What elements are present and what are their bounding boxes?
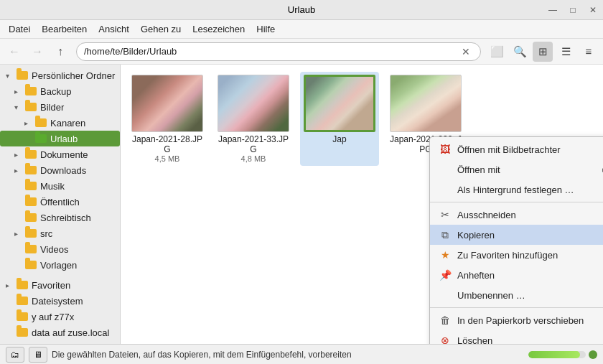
folder-icon xyxy=(24,196,37,207)
menu-item-datei[interactable]: Datei xyxy=(3,22,36,36)
clear-address-button[interactable]: ✕ xyxy=(459,45,473,59)
sidebar: ▾Persönlicher Ordner▸Backup▾Bilder▸Kanar… xyxy=(0,65,121,344)
sidebar-item-backup[interactable]: ▸Backup xyxy=(0,83,120,99)
minimize-button[interactable]: — xyxy=(543,0,563,20)
close-button[interactable]: ✕ xyxy=(583,0,603,20)
sidebar-item-y-auf-z77x[interactable]: y auf z77x xyxy=(0,309,120,325)
sidebar-item-dokumente[interactable]: ▸Dokumente xyxy=(0,146,120,162)
bookmark-location-button[interactable]: ⬜ xyxy=(487,42,507,62)
ctx-label-pin: Anheften xyxy=(457,270,603,281)
ctx-item-trash[interactable]: 🗑In den Papierkorb verschieben xyxy=(430,310,603,330)
file-thumbnail xyxy=(304,75,375,132)
ctx-item-set-bg[interactable]: Als Hintergrund festlegen … xyxy=(430,179,603,200)
menubar: DateiBearbeitenAnsichtGehen zuLesezeiche… xyxy=(0,20,603,39)
sidebar-item-vorlagen[interactable]: Vorlagen xyxy=(0,257,120,273)
menu-item-lesezeichen[interactable]: Lesezeichen xyxy=(187,22,251,36)
ctx-item-cut[interactable]: ✂Ausschneiden xyxy=(430,205,603,225)
menu-item-bearbeiten[interactable]: Bearbeiten xyxy=(36,22,93,36)
folder-icon xyxy=(24,85,37,97)
ctx-icon-open-viewer: 🖼 xyxy=(439,143,452,156)
sidebar-item-label: Bilder xyxy=(40,102,64,113)
maximize-button[interactable]: □ xyxy=(563,0,583,20)
sidebar-item-label: Backup xyxy=(40,86,71,97)
sidebar-item-oeffentlich[interactable]: Öffentlich xyxy=(0,194,120,210)
sidebar-item-bilder[interactable]: ▾Bilder xyxy=(0,99,120,115)
file-name: Jap xyxy=(332,134,346,144)
ctx-label-copy: Kopieren xyxy=(457,230,603,241)
search-button[interactable]: 🔍 xyxy=(510,42,530,62)
titlebar: Urlaub — □ ✕ xyxy=(0,0,603,20)
statusbar-btn1[interactable]: 🗂 xyxy=(6,347,24,363)
details-view-button[interactable]: ≡ xyxy=(579,42,599,62)
file-size: 4,8 MB xyxy=(241,154,266,163)
ctx-icon-empty xyxy=(439,289,452,302)
expand-arrow-icon: ▾ xyxy=(14,103,24,111)
folder-icon xyxy=(16,295,29,307)
sidebar-item-label: y auf z77x xyxy=(32,312,74,322)
menu-item-gehen zu[interactable]: Gehen zu xyxy=(135,22,187,36)
ctx-item-pin[interactable]: 📌Anheften xyxy=(430,265,603,285)
file-item-japan3rd[interactable]: Jap xyxy=(300,72,379,166)
window-title: Urlaub xyxy=(288,4,315,15)
main-area: ▾Persönlicher Ordner▸Backup▾Bilder▸Kanar… xyxy=(0,65,603,344)
ctx-item-open-viewer[interactable]: 🖼Öffnen mit Bildbetrachter xyxy=(430,139,603,159)
sidebar-item-videos[interactable]: Videos xyxy=(0,241,120,257)
sidebar-item-src[interactable]: ▸src xyxy=(0,225,120,241)
ctx-label-cut: Ausschneiden xyxy=(457,210,603,220)
expand-arrow-icon: ▸ xyxy=(14,151,24,159)
sidebar-item-label: Persönlicher Ordner xyxy=(32,70,115,81)
sidebar-item-favoriten[interactable]: ▸Favoriten xyxy=(0,277,120,293)
file-thumbnail xyxy=(131,75,203,132)
expand-arrow-icon: ▸ xyxy=(14,167,24,174)
sidebar-item-data-auf-zuse[interactable]: data auf zuse.local xyxy=(0,325,120,340)
sidebar-item-label: src xyxy=(40,228,52,239)
sidebar-item-label: Dokumente xyxy=(40,149,88,160)
sidebar-item-urlaub[interactable]: Urlaub xyxy=(0,131,120,146)
folder-icon xyxy=(24,101,37,113)
sidebar-item-label: data auf zuse.local xyxy=(32,327,109,338)
sidebar-item-schreibtisch[interactable]: Schreibtisch xyxy=(0,210,120,225)
sidebar-item-label: Favoriten xyxy=(32,280,70,291)
expand-arrow-icon: ▾ xyxy=(6,72,16,80)
sidebar-item-persoenlicher-ordner[interactable]: ▾Persönlicher Ordner xyxy=(0,67,120,83)
folder-icon xyxy=(24,212,37,223)
ctx-label-delete: Löschen xyxy=(457,335,603,345)
forward-button[interactable]: → xyxy=(27,42,47,62)
ctx-item-open-with[interactable]: Öffnen mit▸ xyxy=(430,159,603,179)
file-item-japan28[interactable]: Japan-2021-28.JPG4,5 MB xyxy=(128,72,207,166)
sidebar-item-label: Downloads xyxy=(40,165,86,176)
list-view-button[interactable]: ☰ xyxy=(556,42,576,62)
up-button[interactable]: ↑ xyxy=(50,42,70,62)
expand-arrow-icon: ▸ xyxy=(6,281,16,289)
ctx-item-delete[interactable]: ⊗Löschen xyxy=(430,330,603,344)
menu-item-ansicht[interactable]: Ansicht xyxy=(93,22,135,36)
sidebar-item-label: Videos xyxy=(40,244,69,255)
sidebar-item-kanaren[interactable]: ▸Kanaren xyxy=(0,115,120,131)
statusbar-text: Die gewählten Dateien, auf das Kopieren,… xyxy=(52,350,524,360)
folder-icon xyxy=(16,70,29,81)
folder-icon xyxy=(16,311,29,322)
expand-arrow-icon: ▸ xyxy=(24,119,34,127)
sidebar-item-downloads[interactable]: ▸Downloads xyxy=(0,162,120,178)
statusbar-btn2[interactable]: 🖥 xyxy=(29,347,47,363)
menu-item-hilfe[interactable]: Hilfe xyxy=(251,22,281,36)
file-item-japan33[interactable]: Japan-2021-33.JPG4,8 MB xyxy=(214,72,293,166)
address-bar[interactable]: /home/te/Bilder/Urlaub ✕ xyxy=(76,42,481,61)
ctx-label-trash: In den Papierkorb verschieben xyxy=(457,315,603,326)
back-button[interactable]: ← xyxy=(4,42,24,62)
toolbar: ← → ↑ /home/te/Bilder/Urlaub ✕ ⬜ 🔍 ⊞ ☰ ≡ xyxy=(0,39,603,65)
grid-view-button[interactable]: ⊞ xyxy=(533,42,553,62)
file-area[interactable]: Japan-2021-28.JPG4,5 MBJapan-2021-33.JPG… xyxy=(121,65,603,344)
folder-icon xyxy=(34,117,47,129)
ctx-item-add-fav[interactable]: ★Zu Favoriten hinzufügen xyxy=(430,245,603,265)
folder-icon xyxy=(34,133,47,144)
sidebar-item-musik[interactable]: Musik xyxy=(0,178,120,194)
progress-dot xyxy=(589,350,597,359)
progress-area xyxy=(528,350,597,359)
ctx-icon-add-fav: ★ xyxy=(439,248,452,261)
ctx-item-copy[interactable]: ⧉Kopieren xyxy=(430,225,603,245)
folder-icon xyxy=(24,243,37,255)
sidebar-item-dateisystem[interactable]: Dateisystem xyxy=(0,293,120,309)
ctx-item-rename[interactable]: Umbenennen … xyxy=(430,285,603,305)
sidebar-item-label: Musik xyxy=(40,181,65,192)
